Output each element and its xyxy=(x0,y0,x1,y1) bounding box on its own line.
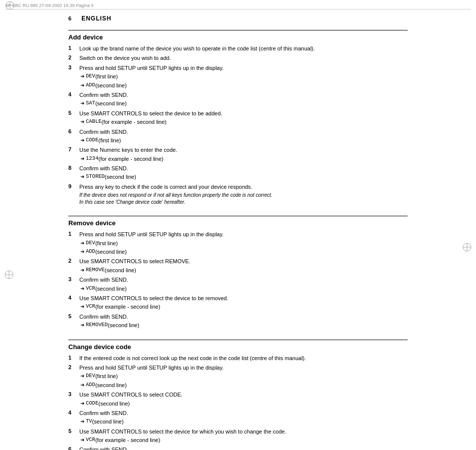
step-list-add-device: 1Look up the brand name of the device yo… xyxy=(68,45,408,206)
sections-container: Add device1Look up the brand name of the… xyxy=(68,30,408,450)
step-text: Confirm with SEND. xyxy=(79,165,408,172)
step-content: Use SMART CONTROLS to select REMOVE.➜REM… xyxy=(79,258,408,274)
step-text: Use the Numeric keys to enter the code. xyxy=(79,146,408,154)
step-item: 9Press any key to check if the code is c… xyxy=(68,183,408,206)
step-content: Confirm with SEND.➜REMOVED (second line) xyxy=(79,313,408,330)
step-number: 6 xyxy=(68,128,76,134)
page-language: ENGLISH xyxy=(81,15,111,22)
step-list-change-device-code: 1If the entered code is not correct look… xyxy=(68,355,408,450)
step-suffix: (for example - second line) xyxy=(102,118,167,126)
arrow-icon: ➜ xyxy=(80,73,84,79)
section-title-remove-device: Remove device xyxy=(68,219,408,227)
step-number: 9 xyxy=(68,183,76,189)
step-text: Press and hold SETUP until SETUP lights … xyxy=(79,64,408,72)
step-text: Look up the brand name of the device you… xyxy=(79,45,408,52)
step-content: Confirm with SEND.➜CODE (first line) xyxy=(79,446,408,450)
step-content: Use SMART CONTROLS to select the device … xyxy=(79,110,408,126)
step-suffix: (for example - second line) xyxy=(98,155,163,163)
display-code: VCR xyxy=(86,303,95,309)
step-content: Look up the brand name of the device you… xyxy=(79,45,408,52)
step-content: Use SMART CONTROLS to select the device … xyxy=(79,428,408,445)
step-content: Confirm with SEND.➜VCR (second line) xyxy=(79,276,408,293)
step-subitem: ➜REMOVE (second line) xyxy=(80,267,408,274)
step-suffix: (second line) xyxy=(95,382,127,389)
arrow-icon: ➜ xyxy=(80,304,84,309)
step-content: Use the Numeric keys to enter the code.➜… xyxy=(79,146,408,163)
display-code: DEV xyxy=(86,373,95,379)
step-subitem: ➜SAT (second line) xyxy=(80,100,408,107)
step-subitem: ➜STORED (second line) xyxy=(80,173,408,181)
step-number: 3 xyxy=(68,64,76,70)
step-content: Use SMART CONTROLS to select CODE.➜CODE … xyxy=(79,391,408,408)
step-subitem: ➜CABLE (for example - second line) xyxy=(80,118,408,126)
display-code: REMOVED xyxy=(86,322,108,328)
arrow-icon: ➜ xyxy=(80,82,84,88)
step-text: If the entered code is not correct look … xyxy=(79,355,408,362)
step-number: 6 xyxy=(68,446,76,450)
step-content: Use SMART CONTROLS to select the device … xyxy=(79,295,408,311)
step-text: Confirm with SEND. xyxy=(79,91,408,99)
arrow-icon: ➜ xyxy=(80,240,84,246)
step-number: 3 xyxy=(68,276,76,282)
header-filename: XP SBC RU 885 27-09-2002 16:39 Pagina 5 xyxy=(5,3,93,8)
step-suffix: (second line) xyxy=(108,322,139,329)
content-area: 6 ENGLISH Add device1Look up the brand n… xyxy=(38,0,438,450)
step-number: 5 xyxy=(68,428,76,434)
arrow-icon: ➜ xyxy=(80,174,84,179)
display-code: TV xyxy=(86,418,92,424)
step-suffix: (second line) xyxy=(95,82,127,89)
arrow-icon: ➜ xyxy=(80,100,84,106)
step-subitem: ➜ADD (second line) xyxy=(80,248,408,256)
step-subitem: ➜CODE (second line) xyxy=(80,400,408,408)
step-text: Confirm with SEND. xyxy=(79,313,408,321)
step-text: Confirm with SEND. xyxy=(79,276,408,284)
step-suffix: (first line) xyxy=(98,137,121,144)
page-number-line: 6 ENGLISH xyxy=(68,15,408,22)
display-code: VCR xyxy=(86,285,95,291)
page-header: XP SBC RU 885 27-09-2002 16:39 Pagina 5 xyxy=(5,3,471,9)
step-text: Press and hold SETUP until SETUP lights … xyxy=(79,364,408,372)
step-number: 1 xyxy=(68,45,76,51)
step-content: Switch on the device you wish to add. xyxy=(79,54,408,62)
step-number: 7 xyxy=(68,146,76,152)
step-number: 4 xyxy=(68,91,76,97)
arrow-icon: ➜ xyxy=(80,156,84,161)
display-code: 1234 xyxy=(86,155,98,161)
step-number: 2 xyxy=(68,364,76,370)
step-subitem: ➜DEV (first line) xyxy=(80,373,408,380)
arrow-icon: ➜ xyxy=(80,119,84,124)
step-subitem: ➜DEV (first line) xyxy=(80,240,408,247)
step-item: 2Switch on the device you wish to add. xyxy=(68,54,408,62)
step-subitem: ➜DEV (first line) xyxy=(80,73,408,80)
step-content: Confirm with SEND.➜SAT (second line) xyxy=(79,91,408,108)
display-code: CODE xyxy=(86,137,98,143)
step-suffix: (first line) xyxy=(95,373,118,380)
step-suffix: (first line) xyxy=(95,73,118,80)
step-suffix: (second line) xyxy=(98,400,130,408)
step-content: Press any key to check if the code is co… xyxy=(79,183,408,206)
step-text: Confirm with SEND. xyxy=(79,410,408,417)
step-item: 3Press and hold SETUP until SETUP lights… xyxy=(68,64,408,89)
page-container: XP SBC RU 885 27-09-2002 16:39 Pagina 5 … xyxy=(0,0,476,450)
display-code: DEV xyxy=(86,240,95,246)
step-note: If the device does not respond or if not… xyxy=(79,192,408,206)
step-suffix: (first line) xyxy=(95,240,118,247)
section-change-device-code: Change device code1If the entered code i… xyxy=(68,340,408,450)
step-suffix: (second line) xyxy=(92,418,124,426)
step-subitem: ➜TV (second line) xyxy=(80,418,408,426)
step-item: 3Use SMART CONTROLS to select CODE.➜CODE… xyxy=(68,391,408,408)
step-number: 1 xyxy=(68,231,76,237)
step-number: 2 xyxy=(68,258,76,264)
step-subitem: ➜ADD (second line) xyxy=(80,82,408,89)
step-number: 8 xyxy=(68,165,76,171)
step-suffix: (second line) xyxy=(105,267,136,274)
step-suffix: (second line) xyxy=(95,285,127,293)
arrow-icon: ➜ xyxy=(80,267,84,273)
display-code: ADD xyxy=(86,248,95,254)
step-subitem: ➜ADD (second line) xyxy=(80,382,408,389)
display-code: CODE xyxy=(86,400,98,406)
step-text: Confirm with SEND. xyxy=(79,128,408,136)
display-code: REMOVE xyxy=(86,267,105,273)
step-content: Press and hold SETUP until SETUP lights … xyxy=(79,231,408,256)
step-subitem: ➜VCR (second line) xyxy=(80,285,408,293)
